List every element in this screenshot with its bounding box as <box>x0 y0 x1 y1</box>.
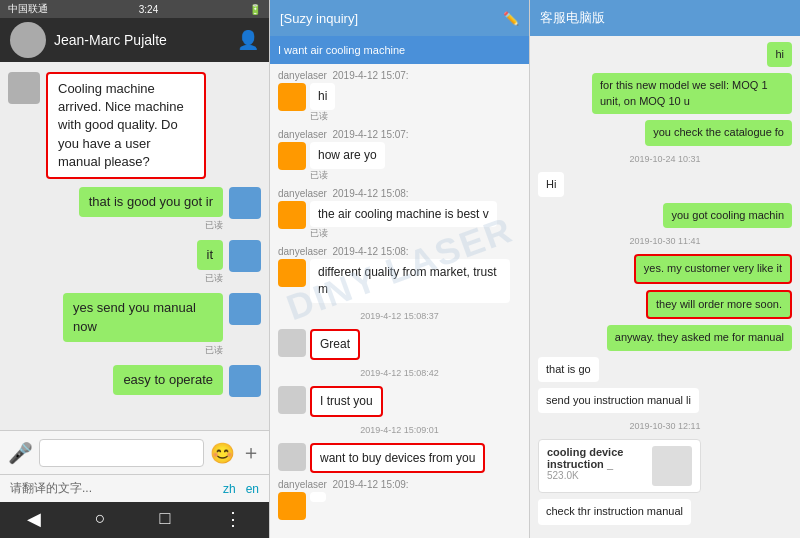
message-bubble: yes. my customer very like it <box>634 254 792 283</box>
sender-name: danyelaser 2019-4-12 15:08: <box>278 246 521 257</box>
mid-header: [Suzy inquiry] ✏️ <box>270 0 529 36</box>
left-panel: 中国联通 3:24 🔋 Jean-Marc Pujalte 👤 Cooling … <box>0 0 270 538</box>
square-icon[interactable]: □ <box>159 508 170 532</box>
list-item: danyelaser 2019-4-12 15:08: different qu… <box>278 246 521 303</box>
translate-placeholder: 请翻译的文字... <box>10 480 92 497</box>
right-panel: 客服电脑版 hi for this new model we sell: MOQ… <box>530 0 800 538</box>
message-bubble: that is go <box>538 357 599 382</box>
message-bubble: for this new model we sell: MOQ 1 unit, … <box>592 73 792 114</box>
avatar <box>278 142 306 170</box>
back-icon[interactable]: ◀ <box>27 508 41 532</box>
message-bubble <box>310 492 326 502</box>
message-bubble: different quality from market, trust m <box>310 259 510 303</box>
app-container: DINY LASER 中国联通 3:24 🔋 Jean-Marc Pujalte… <box>0 0 800 538</box>
contact-name: Jean-Marc Pujalte <box>54 32 237 48</box>
list-item: I trust you <box>278 386 521 417</box>
timestamp: 2019-10-30 12:11 <box>538 421 792 431</box>
message-bubble: Great <box>310 329 360 360</box>
avatar <box>278 492 306 520</box>
list-item: hi <box>538 42 792 67</box>
avatar <box>229 293 261 325</box>
message-bubble: yes send you manual now <box>63 293 223 341</box>
message-text: that is good you got ir <box>89 194 213 209</box>
right-header: 客服电脑版 <box>530 0 800 36</box>
read-status: 已读 <box>310 227 497 240</box>
list-item: you check the catalogue fo <box>538 120 792 145</box>
time-text: 3:24 <box>139 4 158 15</box>
battery-icon: 🔋 <box>249 4 261 15</box>
list-item: danyelaser 2019-4-12 15:09: <box>278 479 521 520</box>
list-item: danyelaser 2019-4-12 15:08: the air cool… <box>278 188 521 241</box>
sender-name: danyelaser 2019-4-12 15:09: <box>278 479 521 490</box>
message-bubble: want to buy devices from you <box>310 443 485 474</box>
file-thumbnail <box>652 446 692 486</box>
add-icon[interactable]: ＋ <box>241 439 261 466</box>
translate-langs[interactable]: zh en <box>223 482 259 496</box>
message-bubble: I trust you <box>310 386 383 417</box>
timestamp: 2019-4-12 15:09:01 <box>278 425 521 435</box>
target-lang: en <box>246 482 259 496</box>
chat-header: Jean-Marc Pujalte 👤 <box>0 18 269 62</box>
list-item: check thr instruction manual <box>538 499 792 524</box>
message-input[interactable] <box>39 439 204 467</box>
message-bubble: anyway. they asked me for manual <box>607 325 792 350</box>
list-item: want to buy devices from you <box>278 443 521 474</box>
list-item: they will order more soon. <box>538 290 792 319</box>
list-item: you got cooling machin <box>538 203 792 228</box>
input-bar: 🎤 😊 ＋ <box>0 430 269 474</box>
nav-bar: ◀ ○ □ ⋮ <box>0 502 269 538</box>
table-row: Cooling machine arrived. Nice machine wi… <box>8 72 261 179</box>
avatar <box>278 259 306 287</box>
list-item: danyelaser 2019-4-12 15:07: hi 已读 <box>278 70 521 123</box>
list-item: anyway. they asked me for manual <box>538 325 792 350</box>
message-bubble: you got cooling machin <box>663 203 792 228</box>
avatar <box>278 443 306 471</box>
list-item: send you instruction manual li <box>538 388 792 413</box>
message-bubble: hi <box>767 42 792 67</box>
avatar <box>278 201 306 229</box>
sender-name: danyelaser 2019-4-12 15:07: <box>278 129 521 140</box>
menu-icon[interactable]: ⋮ <box>224 508 242 532</box>
table-row: it 已读 <box>8 240 261 285</box>
inquiry-bar: I want air cooling machine <box>270 36 529 64</box>
message-bubble: Cooling machine arrived. Nice machine wi… <box>46 72 206 179</box>
avatar <box>278 83 306 111</box>
table-row: yes send you manual now 已读 <box>8 293 261 356</box>
mid-chat-area: danyelaser 2019-4-12 15:07: hi 已读 danyel… <box>270 64 529 538</box>
list-item: danyelaser 2019-4-12 15:07: how are yo 已… <box>278 129 521 182</box>
source-lang: zh <box>223 482 236 496</box>
message-text: Cooling machine arrived. Nice machine wi… <box>58 81 184 169</box>
timestamp: 2019-4-12 15:08:37 <box>278 311 521 321</box>
list-item: cooling device instruction _ 523.0K <box>538 439 792 493</box>
message-bubble: the air cooling machine is best v <box>310 201 497 228</box>
avatar <box>229 365 261 397</box>
read-status: 已读 <box>310 110 335 123</box>
msg-col: yes send you manual now 已读 <box>63 293 223 356</box>
person-icon: 👤 <box>237 29 259 51</box>
avatar <box>10 22 46 58</box>
sender-name: danyelaser 2019-4-12 15:07: <box>278 70 521 81</box>
list-item: for this new model we sell: MOQ 1 unit, … <box>538 73 792 114</box>
right-chat-area: hi for this new model we sell: MOQ 1 uni… <box>530 36 800 538</box>
message-bubble: send you instruction manual li <box>538 388 699 413</box>
emoji-icon[interactable]: 😊 <box>210 441 235 465</box>
inquiry-label: [Suzy inquiry] <box>280 11 358 26</box>
message-text: easy to operate <box>123 372 213 387</box>
home-icon[interactable]: ○ <box>95 508 106 532</box>
inquiry-text: I want air cooling machine <box>278 44 405 56</box>
message-bubble: easy to operate <box>113 365 223 395</box>
avatar <box>278 329 306 357</box>
message-bubble: they will order more soon. <box>646 290 792 319</box>
table-row: that is good you got ir 已读 <box>8 187 261 232</box>
left-chat-area: Cooling machine arrived. Nice machine wi… <box>0 62 269 430</box>
list-item: Great <box>278 329 521 360</box>
avatar <box>8 72 40 104</box>
timestamp: 2019-10-30 11:41 <box>538 236 792 246</box>
middle-panel: [Suzy inquiry] ✏️ I want air cooling mac… <box>270 0 530 538</box>
timestamp: 2019-10-24 10:31 <box>538 154 792 164</box>
edit-icon[interactable]: ✏️ <box>503 11 519 26</box>
msg-col: easy to operate <box>113 365 223 395</box>
message-bubble: that is good you got ir <box>79 187 223 217</box>
file-card: cooling device instruction _ 523.0K <box>538 439 701 493</box>
mic-icon[interactable]: 🎤 <box>8 441 33 465</box>
